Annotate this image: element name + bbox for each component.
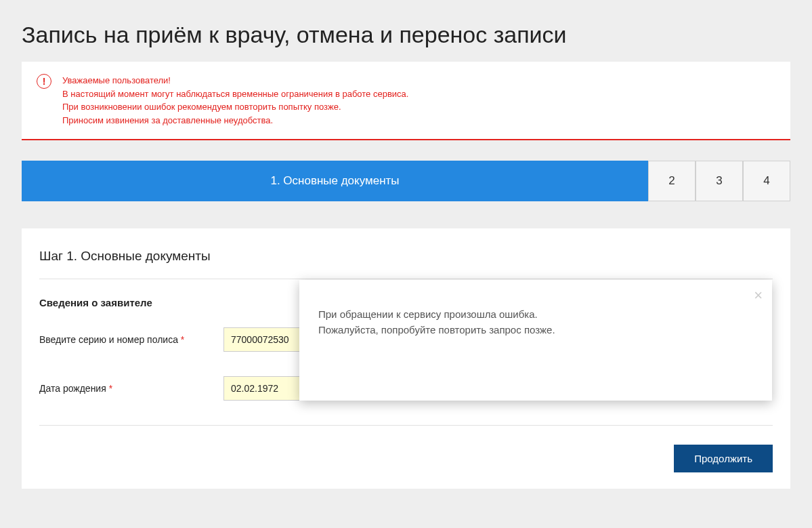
step-1-active[interactable]: 1. Основные документы <box>22 161 648 201</box>
warning-line-3: При возникновении ошибок рекомендуем пов… <box>62 100 774 114</box>
modal-line-1: При обращении к сервису произошла ошибка… <box>318 307 753 323</box>
warning-banner: ! Уважаемые пользователи! В настоящий мо… <box>22 62 790 140</box>
warning-line-1: Уважаемые пользователи! <box>62 74 774 87</box>
steps-nav: 1. Основные документы 2 3 4 <box>22 161 790 201</box>
step-4[interactable]: 4 <box>743 161 790 201</box>
required-mark: * <box>109 383 112 394</box>
button-row: Продолжить <box>39 445 773 472</box>
page-title: Запись на приём к врачу, отмена и перено… <box>0 0 812 62</box>
continue-button[interactable]: Продолжить <box>674 445 773 472</box>
dob-label-text: Дата рождения <box>39 383 109 394</box>
step-3[interactable]: 3 <box>696 161 743 201</box>
policy-label: Введите серию и номер полиса * <box>39 334 223 345</box>
modal-line-2: Пожалуйста, попробуйте повторить запрос … <box>318 323 753 338</box>
policy-label-text: Введите серию и номер полиса <box>39 334 181 345</box>
warning-line-2: В настоящий момент могут наблюдаться вре… <box>62 87 774 101</box>
required-mark: * <box>181 334 184 345</box>
form-divider <box>39 425 773 426</box>
warning-line-4: Приносим извинения за доставленные неудо… <box>62 114 774 127</box>
error-modal: × При обращении к сервису произошла ошиб… <box>299 280 772 401</box>
step-heading: Шаг 1. Основные документы <box>39 249 773 279</box>
warning-icon: ! <box>37 74 51 89</box>
dob-label: Дата рождения * <box>39 383 223 394</box>
step-2[interactable]: 2 <box>648 161 696 201</box>
close-icon[interactable]: × <box>754 288 763 303</box>
